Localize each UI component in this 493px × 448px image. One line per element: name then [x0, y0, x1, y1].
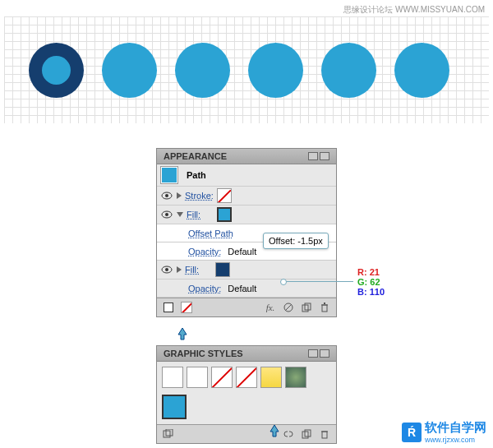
- clear-appearance-icon[interactable]: [282, 302, 295, 313]
- canvas-area: [4, 16, 489, 123]
- opacity-row-2[interactable]: Opacity: Default: [157, 279, 336, 298]
- r-label: R:: [357, 267, 367, 277]
- opacity-value: Default: [228, 284, 256, 293]
- stroke-label[interactable]: Stroke:: [185, 191, 214, 201]
- circle-shape[interactable]: [248, 43, 303, 98]
- panel-footer: [157, 424, 336, 443]
- disclosure-triangle-icon[interactable]: [177, 212, 183, 217]
- style-swatch[interactable]: [162, 367, 183, 388]
- fill-label[interactable]: Fill:: [185, 265, 199, 275]
- fill-row-2[interactable]: Fill:: [157, 261, 336, 279]
- path-row[interactable]: Path: [157, 164, 336, 187]
- panel-footer: fx.: [157, 298, 336, 316]
- logo-icon: Ŕ: [402, 423, 422, 442]
- library-menu-icon[interactable]: [162, 428, 175, 440]
- fill-row[interactable]: Fill:: [157, 206, 336, 224]
- panel-title: GRAPHIC STYLES: [164, 349, 243, 358]
- duplicate-icon[interactable]: [300, 302, 313, 313]
- no-fill-icon[interactable]: [162, 302, 175, 313]
- g-label: G:: [357, 277, 367, 287]
- svg-rect-10: [322, 305, 327, 312]
- svg-point-3: [165, 213, 168, 216]
- stroke-row[interactable]: Stroke:: [157, 187, 336, 206]
- style-swatch[interactable]: [211, 367, 233, 388]
- opacity-value: Default: [228, 247, 256, 256]
- g-value: 62: [370, 277, 380, 287]
- graphic-styles-panel: GRAPHIC STYLES: [156, 345, 337, 444]
- svg-point-5: [165, 268, 168, 271]
- fill-swatch-light-blue[interactable]: [217, 207, 232, 222]
- disclosure-triangle-icon[interactable]: [177, 192, 182, 199]
- eye-icon[interactable]: [160, 209, 173, 220]
- style-swatch-selected[interactable]: [162, 395, 187, 419]
- fill-swatch-dark-blue[interactable]: [215, 262, 230, 277]
- circle-shape[interactable]: [321, 43, 376, 98]
- offset-tooltip: Offset: -1.5px: [263, 233, 329, 249]
- eye-icon[interactable]: [160, 264, 173, 275]
- disclosure-triangle-icon[interactable]: [177, 266, 182, 273]
- watermark-text: 软件自学网: [425, 420, 486, 436]
- circle-shape[interactable]: [175, 43, 230, 98]
- opacity-label[interactable]: Opacity:: [188, 247, 221, 256]
- style-swatch[interactable]: [236, 367, 257, 388]
- watermark-top: 思缘设计论坛 WWW.MISSYUAN.COM: [343, 4, 485, 16]
- appearance-body: Path Stroke: Fill: Offset Path Opacity: …: [157, 164, 336, 298]
- svg-rect-17: [322, 432, 327, 438]
- circle-shape[interactable]: [102, 43, 157, 98]
- trash-icon[interactable]: [318, 302, 331, 313]
- panel-header[interactable]: APPEARANCE: [157, 149, 336, 164]
- style-swatch[interactable]: [187, 367, 208, 388]
- panel-flyout-icon[interactable]: [308, 152, 329, 160]
- arrow-indicator-icon: [175, 326, 190, 341]
- callout-line: [283, 281, 353, 282]
- arrow-indicator-icon: [267, 423, 282, 438]
- circle-shape[interactable]: [394, 43, 449, 98]
- b-value: 110: [370, 287, 385, 297]
- style-swatch-gold[interactable]: [260, 367, 282, 388]
- b-label: B:: [357, 287, 367, 297]
- rgb-readout: R: 21 G: 62 B: 110: [357, 267, 385, 297]
- svg-rect-13: [164, 431, 170, 437]
- new-style-icon[interactable]: [300, 428, 313, 440]
- svg-rect-14: [166, 429, 173, 436]
- circle-ring-shape[interactable]: [29, 43, 84, 98]
- style-swatch-texture[interactable]: [285, 367, 306, 388]
- r-value: 21: [370, 267, 380, 277]
- fill-label[interactable]: Fill:: [187, 210, 200, 219]
- eye-icon[interactable]: [160, 190, 173, 201]
- no-stroke-swatch[interactable]: [217, 188, 232, 203]
- opacity-label[interactable]: Opacity:: [188, 284, 221, 293]
- watermark-bottom: Ŕ 软件自学网 www.rjzxw.com: [402, 420, 486, 444]
- panel-flyout-icon[interactable]: [308, 349, 329, 358]
- watermark-url: www.rjzxw.com: [425, 436, 486, 444]
- styles-body: [157, 362, 336, 424]
- new-art-icon[interactable]: [180, 302, 193, 313]
- svg-point-1: [165, 194, 168, 197]
- fx-icon[interactable]: fx.: [264, 302, 277, 313]
- path-label: Path: [187, 170, 206, 180]
- svg-line-7: [285, 304, 292, 311]
- trash-icon[interactable]: [318, 428, 331, 440]
- path-thumbnail: [160, 166, 178, 184]
- offset-path-label[interactable]: Offset Path: [188, 229, 233, 238]
- panel-title: APPEARANCE: [164, 151, 227, 161]
- panel-header[interactable]: GRAPHIC STYLES: [157, 346, 336, 362]
- break-link-icon[interactable]: [282, 428, 295, 440]
